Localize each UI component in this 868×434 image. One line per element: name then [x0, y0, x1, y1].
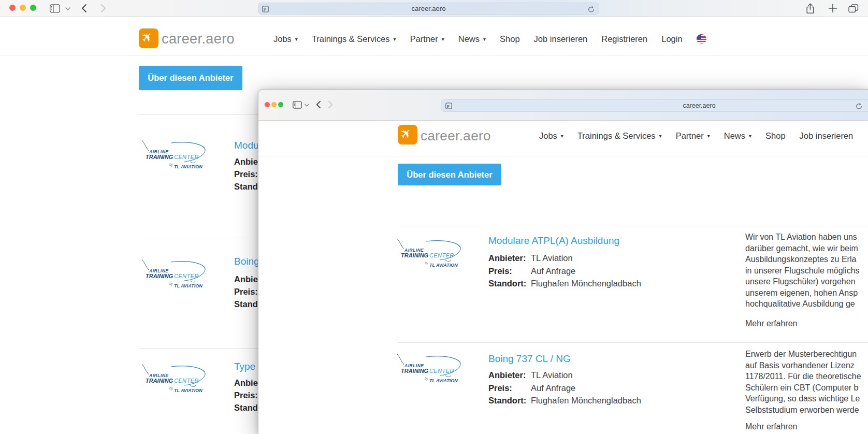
- svg-text:CENTER: CENTER: [429, 368, 454, 374]
- meta-label: Preis:: [234, 168, 258, 180]
- meta-label: Standort:: [488, 394, 531, 407]
- new-tab-icon[interactable]: [828, 4, 837, 13]
- plane-icon: ✈: [138, 28, 157, 47]
- nav-trainings-services[interactable]: Trainings & Services▾: [577, 131, 662, 141]
- svg-text:TRAINING: TRAINING: [401, 252, 429, 258]
- sidebar-icon[interactable]: [50, 4, 60, 13]
- nav-job-inserieren[interactable]: Job inserieren: [534, 34, 588, 44]
- chevron-down-icon: ▾: [394, 36, 396, 42]
- svg-text:CENTER: CENTER: [174, 378, 199, 384]
- about-provider-button[interactable]: Über diesen Anbieter: [139, 66, 242, 90]
- list-divider: [398, 342, 868, 343]
- main-nav: Jobs▾ Trainings & Services▾ Partner▾ New…: [273, 31, 706, 47]
- listing-meta: Anbie Preis: Stand: [234, 273, 258, 310]
- listing-meta: Anbie Preis: Stand: [234, 155, 258, 193]
- page-settings-icon[interactable]: [445, 103, 452, 109]
- listing-title[interactable]: Modu: [234, 140, 259, 151]
- nav-news[interactable]: News▾: [458, 34, 486, 44]
- meta-label: Preis:: [234, 285, 258, 298]
- inner-browser-window: career.aero ✈ career.aero Jobs▾ Training…: [258, 89, 868, 434]
- meta-value: Flughafen Mönchengladbach: [531, 277, 641, 290]
- listing-title[interactable]: Modulare ATPL(A) Ausbildung: [488, 235, 619, 247]
- svg-text:TRAINING: TRAINING: [401, 368, 429, 374]
- chevron-down-icon: ▾: [749, 133, 751, 139]
- listing-meta: Anbieter:TL Aviation Preis:Auf Anfrage S…: [488, 252, 641, 290]
- listing-description: Wir von TL Aviation haben uns darüber ge…: [745, 232, 860, 310]
- header-divider: [258, 156, 868, 156]
- svg-text:by: by: [169, 282, 173, 286]
- listing-title[interactable]: Type: [234, 361, 255, 372]
- meta-label: Stand: [234, 298, 258, 310]
- site-wordmark[interactable]: career.aero: [162, 31, 235, 47]
- about-provider-button[interactable]: Über diesen Anbieter: [398, 164, 501, 185]
- listing-meta: Anbieter:TL Aviation Preis:Auf Anfrage S…: [488, 369, 641, 407]
- minimize-button[interactable]: [20, 5, 26, 11]
- listing-meta: Anbie Preis: Stand: [234, 377, 258, 414]
- share-icon[interactable]: [806, 3, 815, 14]
- meta-label: Anbieter:: [488, 252, 531, 265]
- more-link[interactable]: Mehr erfahren: [745, 319, 798, 328]
- list-divider: [398, 226, 868, 226]
- chevron-down-icon: ▾: [561, 133, 563, 139]
- listing-logo[interactable]: AIRLINE TRAINING CENTER by TL AVIATION: [396, 237, 464, 271]
- listing-logo[interactable]: AIRLINE TRAINING CENTER by TL AVIATION: [396, 353, 464, 387]
- nav-trainings-services[interactable]: Trainings & Services▾: [312, 34, 396, 44]
- page-settings-icon[interactable]: [262, 6, 269, 12]
- nav-registrieren[interactable]: Registrieren: [601, 34, 647, 44]
- nav-partner[interactable]: Partner▾: [676, 131, 710, 141]
- url-text: career.aero: [621, 100, 777, 111]
- svg-text:TL AVIATION: TL AVIATION: [429, 378, 458, 383]
- site-logo[interactable]: ✈: [139, 28, 158, 48]
- url-text: career.aero: [258, 3, 599, 14]
- close-button[interactable]: [265, 102, 270, 107]
- nav-shop[interactable]: Shop: [765, 131, 786, 141]
- address-bar[interactable]: career.aero: [258, 3, 599, 15]
- chevron-down-icon: ▾: [442, 36, 444, 42]
- address-bar[interactable]: career.aero: [441, 99, 868, 112]
- nav-shop[interactable]: Shop: [500, 34, 520, 44]
- fullscreen-button[interactable]: [278, 102, 283, 107]
- meta-label: Preis:: [488, 265, 531, 278]
- svg-text:TL AVIATION: TL AVIATION: [174, 164, 202, 169]
- meta-value: Auf Anfrage: [531, 265, 575, 278]
- site-logo[interactable]: ✈: [398, 125, 417, 144]
- reload-icon[interactable]: [588, 6, 595, 13]
- svg-text:by: by: [425, 261, 429, 265]
- meta-label: Stand: [234, 180, 258, 193]
- nav-jobs[interactable]: Jobs▾: [273, 34, 298, 44]
- nav-jobs[interactable]: Jobs▾: [539, 131, 563, 141]
- back-button[interactable]: [315, 100, 321, 109]
- chevron-down-icon: ▾: [707, 133, 710, 139]
- inner-browser-toolbar: career.aero: [258, 90, 868, 121]
- reload-icon[interactable]: [856, 103, 862, 110]
- more-link[interactable]: Mehr erfahren: [745, 422, 798, 431]
- forward-button[interactable]: [328, 100, 334, 109]
- back-button[interactable]: [81, 4, 87, 13]
- fullscreen-button[interactable]: [30, 5, 36, 11]
- sidebar-chevron-down-icon[interactable]: [305, 104, 309, 107]
- minimize-button[interactable]: [271, 102, 277, 107]
- svg-text:CENTER: CENTER: [429, 252, 454, 258]
- svg-text:by: by: [425, 377, 429, 381]
- meta-label: Preis:: [488, 382, 531, 395]
- nav-job-inserieren[interactable]: Job inserieren: [800, 131, 853, 141]
- chevron-down-icon: ▾: [659, 133, 662, 139]
- sidebar-icon[interactable]: [293, 101, 302, 109]
- close-button[interactable]: [9, 5, 16, 11]
- language-flag-icon[interactable]: [697, 34, 706, 44]
- meta-label: Anbie: [234, 377, 258, 389]
- meta-value: Flughafen Mönchengladbach: [531, 394, 641, 407]
- site-wordmark[interactable]: career.aero: [421, 128, 491, 144]
- nav-news[interactable]: News▾: [724, 131, 751, 141]
- listing-logo[interactable]: AIRLINE TRAINING CENTER by TL AVIATION: [141, 139, 208, 173]
- listing-title[interactable]: Boing 737 CL / NG: [488, 353, 571, 365]
- tab-overview-icon[interactable]: [848, 4, 859, 13]
- sidebar-chevron-down-icon[interactable]: [65, 7, 70, 10]
- svg-text:TL AVIATION: TL AVIATION: [174, 283, 202, 288]
- nav-partner[interactable]: Partner▾: [410, 34, 444, 44]
- forward-button[interactable]: [100, 4, 107, 13]
- listing-logo[interactable]: AIRLINE TRAINING CENTER by TL AVIATION: [141, 258, 208, 292]
- listing-title[interactable]: Boing: [234, 256, 259, 267]
- listing-logo[interactable]: AIRLINE TRAINING CENTER by TL AVIATION: [141, 363, 208, 397]
- nav-login[interactable]: Login: [661, 34, 682, 44]
